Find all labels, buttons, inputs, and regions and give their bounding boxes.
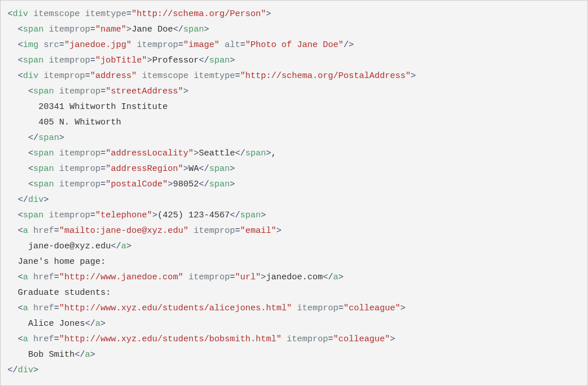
code-token-tg: span [209,164,230,174]
code-token-st: "http://www.xyz.edu/students/bobsmith.ht… [59,334,281,344]
code-token-eq: = [54,226,59,236]
code-line: <span itemprop="streetAddress"> [7,84,581,99]
code-token-tx [7,210,18,220]
code-token-p: > [230,180,235,189]
code-token-at: itemscope [33,9,80,19]
code-token-at: href [33,334,54,344]
code-token-p: > [100,319,106,329]
code-line: </div> [7,192,581,208]
code-token-tx [28,226,33,236]
code-token-st: "streetAddress" [106,87,183,96]
code-token-tx [137,71,142,81]
code-line: <span itemprop="addressLocality">Seattle… [7,146,581,161]
code-token-p: > [276,226,281,236]
code-token-eq: = [235,71,240,81]
code-token-tx: Alice Jones [7,319,85,329]
code-token-eq: = [178,40,183,50]
code-token-tg: span [33,87,54,96]
code-line: <span itemprop="telephone">(425) 123-456… [7,208,581,223]
code-token-p: < [18,303,23,313]
code-token-eq: = [90,210,95,220]
code-token-st: "http://schema.org/Person" [131,9,266,19]
code-token-tx [80,9,85,19]
code-token-eq: = [100,164,106,174]
code-token-at: src [44,40,59,50]
code-token-tx [7,195,18,205]
code-token-tg: a [333,272,338,282]
code-token-p: < [18,334,23,344]
code-token-eq: = [100,149,106,158]
code-token-st: "Photo of Jane Doe" [245,40,343,50]
code-token-p: </ [28,133,38,143]
code-token-tx: Jane's home page: [7,257,106,267]
code-token-tx [219,40,225,50]
code-token-tg: a [23,272,28,282]
code-line: <a href="mailto:jane-doe@xyz.edu" itempr… [7,223,581,239]
code-token-tx [7,164,28,174]
code-token-p: > [204,25,209,34]
code-line: <span itemprop="addressRegion">WA</span> [7,161,581,177]
code-token-at: itemprop [188,272,230,282]
code-token-st: "colleague" [343,303,400,313]
code-token-p: </ [75,350,85,360]
code-token-at: href [33,226,54,236]
code-token-p: </ [18,195,28,205]
code-token-at: itemprop [44,71,85,81]
code-token-p: < [18,272,23,282]
code-token-at: href [33,272,54,282]
code-token-p: </ [199,56,209,65]
code-token-at: itemprop [59,87,100,96]
code-token-tg: span [240,210,261,220]
code-token-eq: = [59,40,64,50]
code-token-p: < [18,40,23,50]
code-token-at: itemprop [287,334,328,344]
code-token-eq: = [328,334,333,344]
code-token-tg: span [33,180,54,189]
code-token-st: "mailto:jane-doe@xyz.edu" [59,226,188,236]
code-token-tx: Seattle [199,149,235,158]
code-token-tx: 98052 [173,180,199,189]
code-token-st: "address" [90,71,137,81]
code-token-tg: span [209,180,230,189]
code-token-tg: span [23,56,44,65]
code-token-p: > [90,350,95,360]
code-line: 405 N. Whitworth [7,115,581,130]
code-token-p: < [28,87,33,96]
code-token-p: </ [235,149,245,158]
code-line: Jane's home page: [7,254,581,270]
code-token-tx [7,56,18,65]
code-token-eq: = [54,334,59,344]
code-token-eq: = [100,180,106,189]
code-token-st: "image" [183,40,219,50]
code-token-tx [188,71,194,81]
code-token-tx [7,71,18,81]
code-token-st: "janedoe.jpg" [64,40,131,50]
code-token-at: itemprop [59,149,100,158]
code-token-tx [44,56,49,65]
code-token-eq: = [100,87,106,96]
code-token-tx [7,180,28,189]
code-line: </span> [7,130,581,146]
code-token-at: itemprop [297,303,338,313]
code-line: <a href="http://www.xyz.edu/students/ali… [7,301,581,316]
code-token-p: < [18,210,23,220]
code-token-st: "name" [95,25,126,34]
code-token-st: "url" [235,272,261,282]
code-token-p: > [266,9,271,19]
code-token-p: > [230,56,235,65]
code-snippet: <div itemscope itemtype="http://schema.o… [0,0,588,386]
code-token-tg: span [38,133,59,143]
code-token-p: < [7,9,13,19]
code-token-st: "addressRegion" [106,164,183,174]
code-token-p: > [147,56,152,65]
code-token-p: > [266,149,271,158]
code-token-eq: = [90,56,95,65]
code-token-st: "postalCode" [106,180,168,189]
code-line: jane-doe@xyz.edu</a> [7,239,581,254]
code-token-p: > [183,164,188,174]
code-token-at: itemprop [59,180,100,189]
code-line: <span itemprop="name">Jane Doe</span> [7,22,581,37]
code-line: <div itemscope itemtype="http://schema.o… [7,6,581,22]
code-token-tx [44,210,49,220]
code-token-tx [7,40,18,50]
